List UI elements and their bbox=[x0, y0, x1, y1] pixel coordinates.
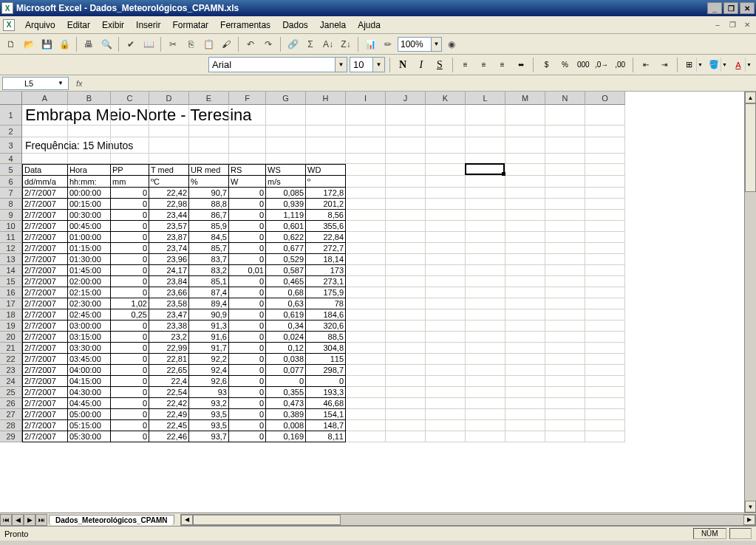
font-name-dropdown-icon[interactable]: ▼ bbox=[335, 58, 347, 72]
prev-sheet-button[interactable]: ◀ bbox=[12, 514, 24, 526]
cell[interactable] bbox=[266, 154, 306, 164]
cell[interactable] bbox=[466, 243, 505, 254]
cell[interactable]: 0 bbox=[229, 254, 266, 265]
permission-icon[interactable]: 🔒 bbox=[56, 36, 72, 52]
cell[interactable]: 01:15:00 bbox=[68, 243, 111, 254]
cell[interactable]: 03:15:00 bbox=[68, 332, 111, 343]
cell[interactable] bbox=[545, 287, 585, 298]
cell[interactable] bbox=[585, 409, 625, 420]
cell[interactable] bbox=[505, 298, 545, 309]
row-header[interactable]: 17 bbox=[0, 298, 22, 309]
cell[interactable] bbox=[386, 398, 426, 409]
comma-button[interactable]: 000 bbox=[575, 57, 591, 72]
cell[interactable] bbox=[111, 137, 149, 154]
cell[interactable]: 0,473 bbox=[266, 398, 306, 409]
menu-exibir[interactable]: Exibir bbox=[96, 18, 130, 32]
cell[interactable]: 2/7/2007 bbox=[22, 243, 68, 254]
cell[interactable] bbox=[505, 387, 545, 398]
cell[interactable] bbox=[505, 398, 545, 409]
cell[interactable] bbox=[466, 254, 505, 265]
cell[interactable]: 0 bbox=[229, 365, 266, 376]
cell[interactable] bbox=[386, 332, 426, 343]
cell[interactable] bbox=[386, 221, 426, 232]
decrease-decimal-button[interactable]: ,00 bbox=[612, 57, 628, 72]
cell[interactable] bbox=[386, 409, 426, 420]
cell[interactable]: 0 bbox=[111, 265, 149, 276]
cell[interactable] bbox=[466, 354, 505, 365]
cell[interactable]: 0 bbox=[111, 243, 149, 254]
row-header[interactable]: 1 bbox=[0, 105, 22, 126]
cell[interactable] bbox=[545, 176, 585, 188]
cell[interactable]: 0 bbox=[111, 221, 149, 232]
cell[interactable] bbox=[346, 164, 386, 176]
cell[interactable] bbox=[426, 154, 466, 164]
cell[interactable] bbox=[505, 210, 545, 221]
cell[interactable]: 93 bbox=[189, 387, 229, 398]
cell[interactable]: 0 bbox=[111, 321, 149, 332]
cell[interactable]: 2/7/2007 bbox=[22, 265, 68, 276]
cell[interactable] bbox=[386, 137, 426, 154]
cell[interactable] bbox=[426, 376, 466, 387]
cell[interactable] bbox=[545, 254, 585, 265]
cell[interactable]: 2/7/2007 bbox=[22, 332, 68, 343]
row-header[interactable]: 29 bbox=[0, 431, 22, 442]
cell[interactable] bbox=[585, 199, 625, 210]
cell[interactable]: 0 bbox=[229, 354, 266, 365]
increase-decimal-button[interactable]: ,0→ bbox=[593, 57, 610, 72]
row-header[interactable]: 15 bbox=[0, 276, 22, 287]
cell[interactable] bbox=[68, 105, 111, 126]
cell[interactable] bbox=[466, 398, 505, 409]
print-preview-icon[interactable]: 🔍 bbox=[98, 36, 115, 52]
cell[interactable] bbox=[346, 343, 386, 354]
cell[interactable]: 92,6 bbox=[189, 376, 229, 387]
formula-input[interactable] bbox=[86, 77, 754, 90]
cell[interactable]: 03:45:00 bbox=[68, 354, 111, 365]
cell[interactable]: 04:15:00 bbox=[68, 376, 111, 387]
cell[interactable] bbox=[545, 232, 585, 243]
cell[interactable]: 0 bbox=[111, 199, 149, 210]
column-header-I[interactable]: I bbox=[346, 92, 386, 105]
cell[interactable]: 0 bbox=[111, 376, 149, 387]
cell[interactable] bbox=[505, 126, 545, 137]
cell[interactable] bbox=[306, 154, 346, 164]
cell[interactable] bbox=[505, 188, 545, 199]
cell[interactable] bbox=[466, 154, 505, 164]
minimize-button[interactable]: _ bbox=[707, 2, 722, 14]
font-color-button[interactable]: A▼ bbox=[731, 57, 753, 72]
cell[interactable]: 88,5 bbox=[306, 332, 346, 343]
cell[interactable] bbox=[111, 154, 149, 164]
sort-asc-icon[interactable]: A↓ bbox=[320, 36, 336, 52]
cell[interactable] bbox=[585, 164, 625, 176]
cell[interactable] bbox=[585, 431, 625, 442]
cell[interactable]: 0 bbox=[229, 343, 266, 354]
cell[interactable] bbox=[306, 126, 346, 137]
cell[interactable] bbox=[346, 276, 386, 287]
cell[interactable] bbox=[346, 243, 386, 254]
column-header-E[interactable]: E bbox=[189, 92, 229, 105]
cell[interactable] bbox=[505, 276, 545, 287]
cell[interactable]: 05:00:00 bbox=[68, 409, 111, 420]
cell[interactable]: W bbox=[229, 176, 266, 188]
fx-icon[interactable]: fx bbox=[76, 79, 83, 88]
cell[interactable]: 90,7 bbox=[189, 188, 229, 199]
help-icon[interactable]: ◉ bbox=[443, 36, 460, 52]
format-painter-icon[interactable]: 🖌 bbox=[218, 36, 234, 52]
cell[interactable]: 0,077 bbox=[266, 365, 306, 376]
cell[interactable] bbox=[426, 254, 466, 265]
cell[interactable]: 0,389 bbox=[266, 409, 306, 420]
cell[interactable]: Data bbox=[22, 164, 68, 176]
cell[interactable] bbox=[545, 276, 585, 287]
cell[interactable]: 22,49 bbox=[149, 409, 189, 420]
row-header[interactable]: 13 bbox=[0, 254, 22, 265]
cell[interactable] bbox=[386, 287, 426, 298]
cell[interactable] bbox=[545, 376, 585, 387]
cell[interactable]: 87,4 bbox=[189, 287, 229, 298]
cell[interactable]: 272,7 bbox=[306, 243, 346, 254]
cell[interactable] bbox=[346, 265, 386, 276]
cell[interactable] bbox=[585, 298, 625, 309]
cell[interactable]: 0 bbox=[266, 376, 306, 387]
cell[interactable]: 2/7/2007 bbox=[22, 276, 68, 287]
fill-color-button[interactable]: 🪣▼ bbox=[706, 57, 729, 72]
save-icon[interactable]: 💾 bbox=[38, 36, 55, 52]
cell[interactable] bbox=[545, 387, 585, 398]
